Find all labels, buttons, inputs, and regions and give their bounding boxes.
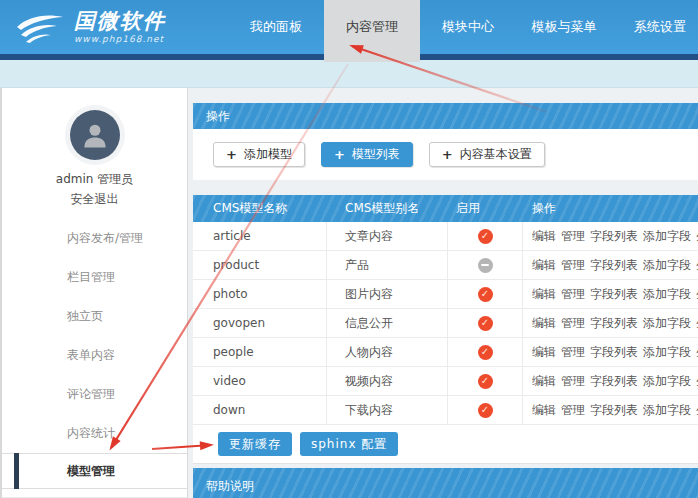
model-enabled-cell — [448, 367, 523, 395]
action-link-down[interactable]: 字段列表 — [590, 403, 638, 417]
nav-item-templates-menus[interactable]: 模板与菜单 — [516, 0, 612, 54]
sidebar-item-comment-management[interactable]: 评论管理 — [2, 375, 187, 414]
main-nav: 我的面板内容管理模块中心模板与菜单系统设置 — [228, 0, 698, 62]
admin-page: 国微软件 www.php168.net 我的面板内容管理模块中心模板与菜单系统设… — [0, 0, 698, 498]
model-name-cell: govopen — [193, 309, 327, 337]
model-list-button[interactable]: +模型列表 — [321, 142, 413, 167]
operations-panel-header: 操作 — [193, 103, 698, 129]
action-link-product[interactable]: 添加字段 — [643, 258, 691, 272]
model-actions-cell: 编辑管理字段列表添加字段生成模板 — [523, 280, 698, 308]
logout-link[interactable]: 安全退出 — [2, 192, 187, 207]
model-actions-cell: 编辑管理字段列表添加字段生成模板 — [523, 222, 698, 250]
model-table-panel: CMS模型名称CMS模型别名启用操作 article文章内容编辑管理字段列表添加… — [193, 195, 698, 464]
model-actions-cell: 编辑管理字段列表添加字段生成模板 — [523, 338, 698, 366]
nav-item-my-panel[interactable]: 我的面板 — [228, 0, 324, 54]
check-icon[interactable] — [478, 374, 493, 389]
main-content: 操作 +添加模型+模型列表+内容基本设置 CMS模型名称CMS模型别名启用操作 … — [193, 88, 698, 498]
action-link-photo[interactable]: 管理 — [561, 287, 585, 301]
action-link-video[interactable]: 字段列表 — [590, 374, 638, 388]
table-row-product: product产品编辑管理字段列表添加字段生成模板 — [193, 251, 698, 280]
help-panel-header: 帮助说明 — [193, 468, 698, 498]
model-name-cell: product — [193, 251, 327, 279]
action-link-govopen[interactable]: 添加字段 — [643, 316, 691, 330]
update-cache-button[interactable]: 更新缓存 — [218, 432, 292, 456]
action-link-people[interactable]: 编辑 — [532, 345, 556, 359]
action-link-down[interactable]: 管理 — [561, 403, 585, 417]
action-link-photo[interactable]: 编辑 — [532, 287, 556, 301]
action-link-photo[interactable]: 添加字段 — [643, 287, 691, 301]
action-link-article[interactable]: 字段列表 — [590, 229, 638, 243]
help-panel: 帮助说明 — [193, 468, 698, 498]
avatar[interactable] — [70, 110, 120, 160]
model-name-cell: people — [193, 338, 327, 366]
check-icon[interactable] — [478, 229, 493, 244]
user-icon — [80, 120, 110, 150]
logo-text: 国微软件 www.php168.net — [74, 8, 166, 44]
model-alias-cell: 视频内容 — [327, 367, 448, 395]
action-link-down[interactable]: 添加字段 — [643, 403, 691, 417]
model-alias-cell: 下载内容 — [327, 396, 448, 424]
check-icon[interactable] — [478, 403, 493, 418]
action-link-article[interactable]: 编辑 — [532, 229, 556, 243]
check-icon[interactable] — [478, 345, 493, 360]
sidebar-item-category-management[interactable]: 栏目管理 — [2, 258, 187, 297]
model-enabled-cell — [448, 309, 523, 337]
action-link-video[interactable]: 添加字段 — [643, 374, 691, 388]
model-enabled-cell — [448, 251, 523, 279]
action-link-product[interactable]: 编辑 — [532, 258, 556, 272]
model-actions-cell: 编辑管理字段列表添加字段生成模板 — [523, 367, 698, 395]
model-alias-cell: 文章内容 — [327, 222, 448, 250]
add-model-button[interactable]: +添加模型 — [213, 142, 305, 167]
sidebar-item-content-stats[interactable]: 内容统计 — [2, 414, 187, 453]
model-actions-cell: 编辑管理字段列表添加字段生成模板 — [523, 309, 698, 337]
action-link-article[interactable]: 添加字段 — [643, 229, 691, 243]
model-enabled-cell — [448, 338, 523, 366]
table-header-col-1: CMS模型名称 — [193, 195, 327, 222]
content-basic-settings-button[interactable]: +内容基本设置 — [429, 142, 545, 167]
action-link-video[interactable]: 管理 — [561, 374, 585, 388]
action-link-govopen[interactable]: 字段列表 — [590, 316, 638, 330]
logo-subtitle: www.php168.net — [74, 34, 166, 44]
logo-title: 国微软件 — [74, 8, 166, 34]
plus-icon: + — [226, 147, 237, 162]
sidebar-item-content-publish[interactable]: 内容发布/管理 — [2, 219, 187, 258]
model-enabled-cell — [448, 280, 523, 308]
action-link-down[interactable]: 编辑 — [532, 403, 556, 417]
table-row-article: article文章内容编辑管理字段列表添加字段生成模板 — [193, 222, 698, 251]
action-link-product[interactable]: 字段列表 — [590, 258, 638, 272]
sidebar-item-form-content[interactable]: 表单内容 — [2, 336, 187, 375]
table-header-row: CMS模型名称CMS模型别名启用操作 — [193, 195, 698, 222]
action-link-video[interactable]: 编辑 — [532, 374, 556, 388]
action-link-photo[interactable]: 字段列表 — [590, 287, 638, 301]
logo: 国微软件 www.php168.net — [16, 8, 166, 46]
sidebar-item-standalone-pages[interactable]: 独立页 — [2, 297, 187, 336]
operations-panel: 操作 +添加模型+模型列表+内容基本设置 — [193, 103, 698, 180]
action-link-people[interactable]: 管理 — [561, 345, 585, 359]
action-link-product[interactable]: 管理 — [561, 258, 585, 272]
table-row-govopen: govopen信息公开编辑管理字段列表添加字段生成模板 — [193, 309, 698, 338]
table-header-col-3: 启用 — [448, 195, 523, 222]
nav-item-system-settings[interactable]: 系统设置 — [612, 0, 698, 54]
check-icon[interactable] — [478, 316, 493, 331]
table-header-col-2: CMS模型别名 — [327, 195, 448, 222]
swoosh-icon — [16, 12, 64, 46]
operations-panel-body: +添加模型+模型列表+内容基本设置 — [193, 129, 698, 180]
nav-item-module-center[interactable]: 模块中心 — [420, 0, 516, 54]
model-alias-cell: 图片内容 — [327, 280, 448, 308]
sidebar-item-model-management[interactable]: 模型管理 — [2, 453, 187, 489]
model-alias-cell: 信息公开 — [327, 309, 448, 337]
model-name-cell: video — [193, 367, 327, 395]
sphinx-config-button[interactable]: sphinx 配置 — [300, 432, 398, 456]
minus-icon[interactable] — [478, 258, 493, 273]
action-link-govopen[interactable]: 管理 — [561, 316, 585, 330]
model-name-cell: down — [193, 396, 327, 424]
action-link-govopen[interactable]: 编辑 — [532, 316, 556, 330]
action-link-people[interactable]: 字段列表 — [590, 345, 638, 359]
action-link-article[interactable]: 管理 — [561, 229, 585, 243]
sidebar-menu: 内容发布/管理栏目管理独立页表单内容评论管理内容统计模型管理 — [2, 219, 187, 489]
model-alias-cell: 人物内容 — [327, 338, 448, 366]
nav-item-content-management[interactable]: 内容管理 — [324, 0, 420, 62]
model-actions-cell: 编辑管理字段列表添加字段生成模板 — [523, 396, 698, 424]
check-icon[interactable] — [478, 287, 493, 302]
action-link-people[interactable]: 添加字段 — [643, 345, 691, 359]
